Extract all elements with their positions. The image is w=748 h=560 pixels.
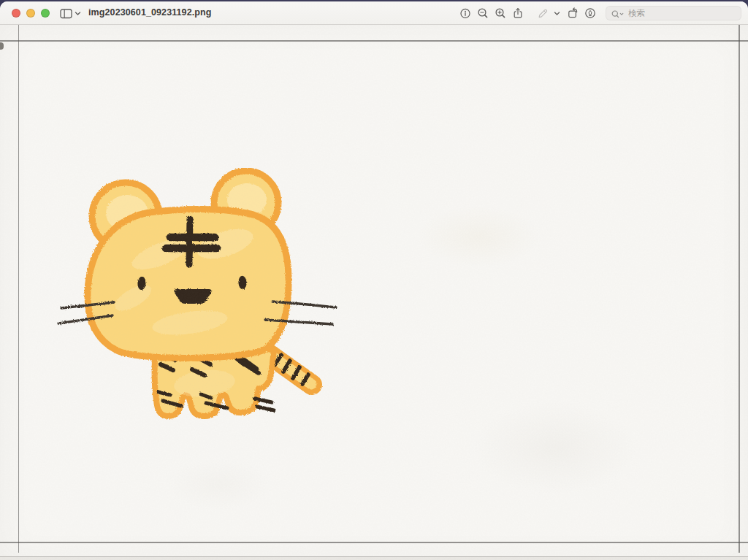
pencil-smudge (0, 42, 4, 50)
pencil-options-button[interactable] (552, 5, 561, 21)
rotate-button[interactable] (565, 5, 581, 21)
paper-edge (0, 556, 748, 560)
frame-line-top (0, 40, 748, 42)
sidebar-toggle-icon (60, 7, 72, 20)
window-controls (12, 9, 50, 18)
zoom-in-button[interactable] (492, 5, 508, 21)
titlebar: img20230601_09231192.png (0, 1, 748, 25)
tiger-head (88, 209, 289, 358)
search-field (606, 6, 741, 20)
zoom-in-icon (495, 7, 506, 19)
toolbar (457, 1, 741, 25)
window-title: img20230601_09231192.png (88, 1, 212, 25)
rotate-icon (567, 7, 579, 19)
preview-window: img20230601_09231192.png (0, 1, 748, 560)
image-viewer[interactable] (0, 25, 748, 560)
sidebar-toggle-button[interactable] (60, 7, 81, 20)
chevron-down-icon (554, 10, 560, 17)
share-button[interactable] (510, 5, 526, 21)
search-input[interactable] (606, 7, 741, 20)
desktop: img20230601_09231192.png (0, 0, 748, 560)
info-icon (459, 7, 471, 19)
zoom-out-button[interactable] (475, 5, 491, 21)
markup-pencil-button[interactable] (535, 5, 551, 21)
markup-toolbar-icon (584, 7, 596, 19)
frame-line-bottom (0, 542, 748, 543)
share-icon (512, 7, 524, 19)
markup-pencil-icon (537, 7, 549, 19)
zoom-out-icon (477, 7, 489, 19)
minimize-button[interactable] (26, 9, 35, 18)
markup-toolbar-button[interactable] (582, 5, 598, 21)
info-button[interactable] (457, 5, 473, 21)
frame-line-left (18, 25, 20, 553)
frame-line-right (739, 25, 740, 553)
fullscreen-button[interactable] (41, 9, 50, 18)
close-button[interactable] (12, 9, 20, 18)
tiger-drawing (51, 168, 343, 431)
chevron-down-icon (75, 10, 81, 17)
